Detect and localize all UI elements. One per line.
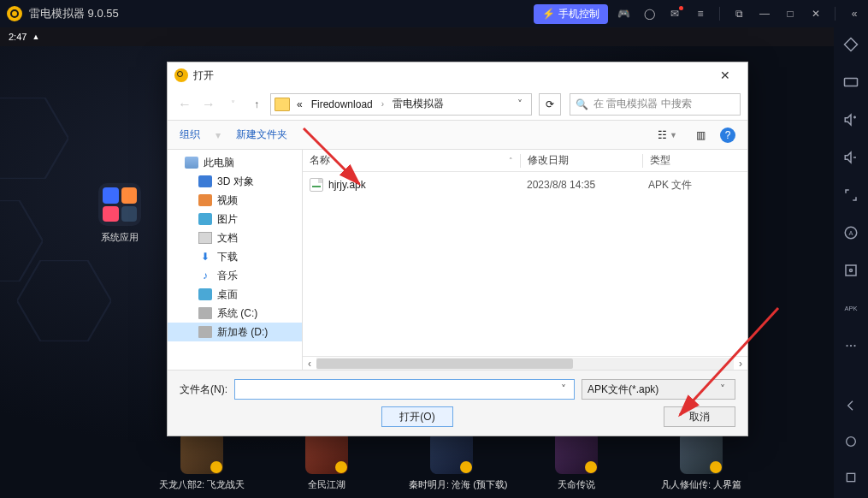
video-icon — [198, 194, 212, 206]
system-app-label: 系统应用 — [92, 231, 147, 244]
view-preview-button[interactable]: ▥ — [692, 127, 710, 144]
dialog-close-button[interactable]: ✕ — [710, 66, 741, 85]
dock-app[interactable]: 天龙八部2: 飞龙战天 — [159, 431, 245, 491]
scroll-left-icon[interactable]: ‹ — [303, 358, 316, 370]
cancel-button[interactable]: 取消 — [664, 406, 735, 427]
folder-tree[interactable]: 此电脑 3D 对象 视频 图片 文档 ⬇下载 ♪音乐 桌面 系统 (C:) 新加… — [168, 150, 303, 370]
mail-icon[interactable]: ✉ — [668, 7, 682, 21]
volume-up-icon[interactable] — [842, 111, 859, 128]
file-date: 2023/8/8 14:35 — [520, 179, 641, 191]
help-button[interactable]: ? — [720, 127, 735, 143]
nav-home-icon[interactable] — [842, 433, 859, 450]
list-icon: ☷ — [658, 129, 667, 141]
menu-icon[interactable]: ≡ — [694, 7, 707, 21]
scroll-thumb[interactable] — [316, 359, 573, 369]
tree-item-3d[interactable]: 3D 对象 — [168, 172, 302, 191]
dock-app[interactable]: 天命传说 — [534, 431, 619, 491]
cube-icon — [198, 175, 212, 187]
filename-input[interactable]: ˅ — [234, 379, 575, 400]
dock-app[interactable]: 秦时明月: 沧海 (预下载) — [409, 431, 494, 491]
filetype-select[interactable]: APK文件(*.apk) ˅ — [582, 379, 735, 400]
language-icon[interactable]: A — [842, 224, 859, 241]
horizontal-scrollbar[interactable]: ‹ › — [303, 356, 747, 370]
tree-item-downloads[interactable]: ⬇下载 — [168, 247, 302, 266]
phone-control-label: 手机控制 — [558, 7, 599, 21]
drive-icon — [198, 326, 212, 338]
dock-app[interactable]: 凡人修仙传: 人界篇 — [658, 431, 744, 491]
col-date[interactable]: 修改日期 — [521, 150, 642, 171]
file-open-dialog: 打开 ✕ ← → ˅ ↑ « Firedownload › 雷电模拟器 ˅ ⟳ … — [167, 62, 748, 436]
col-name[interactable]: 名称˄ — [303, 150, 520, 171]
search-input[interactable]: 🔍 在 雷电模拟器 中搜索 — [570, 93, 741, 116]
svg-marker-7 — [845, 115, 851, 125]
dock-app-label: 全民江湖 — [284, 478, 369, 491]
more-icon[interactable] — [842, 337, 859, 354]
tree-item-drive-c[interactable]: 系统 (C:) — [168, 304, 302, 323]
new-folder-button[interactable]: 新建文件夹 — [236, 127, 287, 142]
document-icon — [198, 232, 212, 244]
svg-text:APK: APK — [845, 305, 858, 312]
nav-history-dropdown[interactable]: ˅ — [222, 99, 243, 109]
dialog-nav: ← → ˅ ↑ « Firedownload › 雷电模拟器 ˅ ⟳ 🔍 在 雷… — [168, 88, 747, 121]
scroll-right-icon[interactable]: › — [734, 358, 747, 370]
titlebar-separator — [719, 7, 720, 21]
nav-recent-icon[interactable] — [842, 469, 859, 486]
filename-dropdown-icon[interactable]: ˅ — [557, 383, 570, 395]
chevron-down-icon: ˅ — [716, 383, 729, 395]
tree-item-video[interactable]: 视频 — [168, 191, 302, 210]
diamond-icon[interactable] — [842, 36, 859, 53]
volume-down-icon[interactable] — [842, 149, 859, 166]
tree-item-documents[interactable]: 文档 — [168, 228, 302, 247]
tree-item-drive-d[interactable]: 新加卷 (D:) — [168, 323, 302, 341]
app-logo-icon — [7, 6, 22, 21]
breadcrumb-item[interactable]: 雷电模拟器 — [389, 97, 447, 111]
maximize-icon[interactable]: □ — [783, 7, 797, 21]
svg-point-20 — [847, 437, 856, 447]
nav-back-button[interactable]: ← — [174, 97, 195, 112]
keyboard-icon[interactable] — [842, 74, 859, 91]
file-list[interactable]: 名称˄ 修改日期 类型 hjrjy.apk 2023/8/8 14:35 APK… — [303, 150, 747, 370]
nav-forward-button[interactable]: → — [198, 97, 219, 112]
system-app-folder[interactable]: 系统应用 — [92, 183, 147, 244]
desktop-icon — [198, 288, 212, 300]
breadcrumb-item[interactable]: Firedownload — [308, 98, 376, 110]
search-icon: 🔍 — [576, 98, 588, 110]
file-name: hjrjy.apk — [328, 179, 366, 191]
user-icon[interactable]: ◯ — [642, 7, 656, 21]
app-thumbnail — [430, 431, 473, 474]
dock-app[interactable]: 全民江湖 — [284, 431, 369, 491]
tree-item-pictures[interactable]: 图片 — [168, 210, 302, 228]
nav-back-icon[interactable] — [842, 397, 859, 414]
fullscreen-icon[interactable] — [842, 187, 859, 204]
popout-icon[interactable]: ⧉ — [732, 7, 746, 21]
gamepad-icon[interactable]: 🎮 — [617, 7, 630, 21]
organize-button[interactable]: 组织 — [180, 127, 200, 142]
nav-up-button[interactable]: ↑ — [246, 98, 267, 110]
scroll-track[interactable] — [316, 358, 734, 370]
refresh-button[interactable]: ⟳ — [539, 93, 561, 116]
list-header: 名称˄ 修改日期 类型 — [303, 150, 747, 172]
hex-decoration — [0, 200, 43, 282]
phone-control-button[interactable]: ⚡ 手机控制 — [534, 4, 608, 24]
file-row[interactable]: hjrjy.apk 2023/8/8 14:35 APK 文件 — [303, 172, 747, 193]
svg-rect-21 — [847, 473, 854, 481]
svg-marker-2 — [0, 200, 43, 282]
collapse-sidebar-icon[interactable]: « — [847, 7, 861, 21]
tree-item-desktop[interactable]: 桌面 — [168, 285, 302, 304]
view-details-button[interactable]: ☷▼ — [653, 127, 682, 144]
minimize-icon[interactable]: — — [758, 7, 771, 21]
breadcrumb-dropdown[interactable]: ˅ — [512, 98, 528, 110]
col-type[interactable]: 类型 — [643, 150, 747, 171]
svg-point-18 — [850, 345, 852, 347]
hex-decoration — [0, 98, 68, 179]
breadcrumb-bar[interactable]: « Firedownload › 雷电模拟器 ˅ — [270, 93, 532, 116]
breadcrumb-item[interactable]: « — [293, 98, 306, 110]
close-icon[interactable]: ✕ — [809, 7, 823, 21]
open-button[interactable]: 打开(O) — [381, 406, 453, 427]
tree-item-pc[interactable]: 此电脑 — [168, 153, 302, 172]
apk-icon[interactable]: APK — [842, 299, 859, 317]
tree-item-music[interactable]: ♪音乐 — [168, 266, 302, 285]
app-thumbnail — [180, 431, 223, 474]
folder-icon — [98, 183, 141, 226]
screenshot-icon[interactable] — [842, 262, 859, 279]
